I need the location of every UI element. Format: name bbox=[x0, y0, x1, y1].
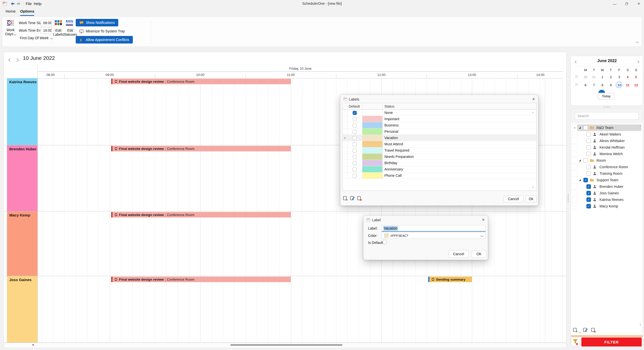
default-checkbox[interactable] bbox=[353, 149, 357, 153]
add-resource-icon[interactable] bbox=[573, 328, 578, 333]
close-icon[interactable]: × bbox=[531, 96, 537, 102]
tree-checkbox[interactable] bbox=[583, 178, 588, 182]
tree-checkbox[interactable] bbox=[586, 132, 591, 137]
tree-checkbox[interactable] bbox=[586, 171, 591, 176]
default-checkbox[interactable] bbox=[353, 111, 357, 115]
tree-item[interactable]: Momina Welch bbox=[577, 151, 641, 157]
default-checkbox[interactable] bbox=[353, 130, 357, 134]
expander-icon[interactable] bbox=[579, 179, 581, 181]
default-checkbox[interactable] bbox=[353, 161, 357, 165]
scroll-left-arrow-icon[interactable]: ◀ bbox=[32, 343, 34, 346]
previous-date-button[interactable] bbox=[8, 58, 12, 62]
delete-label-icon[interactable] bbox=[357, 196, 362, 201]
first-day-of-week-dropdown[interactable]: First Day Of Week bbox=[20, 36, 52, 40]
appointment[interactable]: Final website design review; Conference … bbox=[111, 212, 291, 217]
tree-item[interactable]: Akeel Walters bbox=[577, 131, 641, 138]
tree-item[interactable]: Support Team bbox=[577, 177, 641, 183]
allow-conflicts-toggle[interactable]: Allow Appointment Conflicts bbox=[76, 36, 133, 43]
restore-button[interactable] bbox=[621, 0, 632, 8]
calendar-day[interactable]: 11 bbox=[624, 82, 632, 88]
expander-icon[interactable] bbox=[579, 159, 581, 161]
cancel-button[interactable]: Cancel bbox=[503, 195, 524, 202]
default-checkbox[interactable] bbox=[353, 117, 357, 121]
calendar-day[interactable]: 10 bbox=[615, 82, 623, 88]
label-row[interactable]: Needs Preparation bbox=[343, 154, 536, 160]
tree-checkbox[interactable] bbox=[586, 139, 591, 143]
calendar-day[interactable]: 3 bbox=[615, 74, 623, 80]
tree-item[interactable]: R&D Team bbox=[577, 124, 641, 131]
calendar-day[interactable]: 30 bbox=[581, 74, 590, 80]
tree-item[interactable]: Training Room bbox=[577, 170, 641, 177]
label-text-input[interactable]: Vacation bbox=[382, 225, 486, 232]
scroll-down-arrow-icon[interactable]: ▼ bbox=[639, 324, 641, 326]
label-row[interactable]: Must Attend bbox=[343, 141, 536, 147]
appointment[interactable]: Final website design review; Conference … bbox=[111, 146, 291, 151]
calendar-day[interactable]: 7 bbox=[590, 82, 598, 88]
scroll-up-arrow-icon[interactable]: ▲ bbox=[639, 124, 641, 127]
label-row[interactable]: Birthday bbox=[343, 160, 536, 166]
appointment[interactable]: Final website design review; Conference … bbox=[111, 79, 291, 84]
label-row[interactable]: >Vacation bbox=[343, 135, 536, 141]
tree-item[interactable]: Macy Kemp bbox=[577, 203, 641, 209]
calendar-day[interactable]: 8 bbox=[598, 82, 607, 88]
tree-item[interactable]: Brenden Huber bbox=[577, 183, 641, 190]
label-row[interactable]: Important bbox=[343, 116, 536, 122]
work-days-button[interactable]: Work Days bbox=[3, 28, 18, 36]
tree-checkbox[interactable] bbox=[583, 158, 588, 163]
scroll-up-arrow-icon[interactable]: ▲ bbox=[532, 111, 534, 114]
label-row[interactable]: Business bbox=[343, 122, 536, 128]
tree-item[interactable]: Conference Room bbox=[577, 164, 641, 170]
calendar-day[interactable]: 31 bbox=[590, 74, 598, 80]
close-icon[interactable]: × bbox=[480, 217, 486, 223]
tree-item[interactable]: Kendal Hoffman bbox=[577, 144, 641, 151]
label-row[interactable]: Anniversary bbox=[343, 166, 536, 172]
default-checkbox[interactable] bbox=[353, 136, 357, 140]
today-button[interactable]: Today bbox=[598, 93, 615, 99]
label-row[interactable]: None bbox=[343, 110, 536, 116]
tree-item[interactable]: Katrina Reeves bbox=[577, 196, 641, 203]
expander-icon[interactable] bbox=[579, 127, 581, 129]
cancel-button[interactable]: Cancel bbox=[449, 250, 469, 258]
edit-label-icon[interactable] bbox=[350, 196, 355, 201]
tab-home[interactable]: Home bbox=[6, 9, 16, 13]
close-button[interactable]: × bbox=[633, 0, 644, 8]
delete-resource-icon[interactable] bbox=[591, 328, 596, 333]
tree-checkbox[interactable] bbox=[586, 145, 591, 150]
timeline-grid[interactable] bbox=[37, 276, 563, 342]
scrollbar-thumb[interactable] bbox=[230, 344, 342, 346]
calendar-day[interactable]: 1 bbox=[598, 74, 607, 80]
tree-item[interactable]: Room bbox=[577, 157, 641, 164]
tree-item[interactable]: Joss Gaines bbox=[577, 190, 641, 196]
vertical-splitter-handle[interactable] bbox=[568, 194, 569, 203]
scroll-down-arrow-icon[interactable]: ▼ bbox=[532, 186, 534, 189]
calendar-day[interactable]: 4 bbox=[624, 74, 632, 80]
is-default-checkbox[interactable] bbox=[383, 240, 387, 244]
clear-filter-button[interactable] bbox=[571, 337, 580, 346]
chevron-down-icon[interactable] bbox=[579, 330, 581, 334]
color-dropdown[interactable]: #FFF3E4C7 bbox=[382, 232, 486, 239]
edit-statuses-button[interactable]: Edit Statuses bbox=[63, 28, 78, 36]
tree-checkbox[interactable] bbox=[586, 191, 591, 195]
default-checkbox[interactable] bbox=[353, 142, 357, 146]
edit-resource-icon[interactable] bbox=[583, 328, 588, 333]
default-checkbox[interactable] bbox=[353, 123, 357, 127]
minimize-button[interactable]: — bbox=[609, 0, 620, 8]
label-row[interactable]: Travel Required bbox=[343, 147, 536, 154]
horizontal-scrollbar[interactable]: ◀ bbox=[4, 343, 567, 347]
calendar-day[interactable]: 5 bbox=[632, 74, 640, 80]
tree-checkbox[interactable] bbox=[586, 197, 591, 202]
collapse-ribbon-button[interactable] bbox=[634, 41, 640, 45]
filter-button[interactable]: FILTER bbox=[581, 337, 642, 346]
ok-button[interactable]: OK bbox=[472, 250, 486, 258]
minimize-to-tray-toggle[interactable]: Minimize To System Tray bbox=[76, 27, 128, 35]
tree-item[interactable]: Alexis Whittaker bbox=[577, 138, 641, 144]
tree-checkbox[interactable] bbox=[583, 125, 588, 130]
next-month-button[interactable] bbox=[636, 60, 640, 64]
tab-options[interactable]: Options bbox=[20, 9, 34, 13]
ok-button[interactable]: Ok bbox=[526, 195, 537, 202]
default-checkbox[interactable] bbox=[353, 167, 357, 171]
tree-checkbox[interactable] bbox=[586, 184, 591, 189]
calendar-day[interactable]: 9 bbox=[607, 82, 615, 88]
appointment[interactable]: Sending summary bbox=[428, 277, 472, 282]
work-time-start-input[interactable]: 08:00 bbox=[41, 20, 55, 26]
